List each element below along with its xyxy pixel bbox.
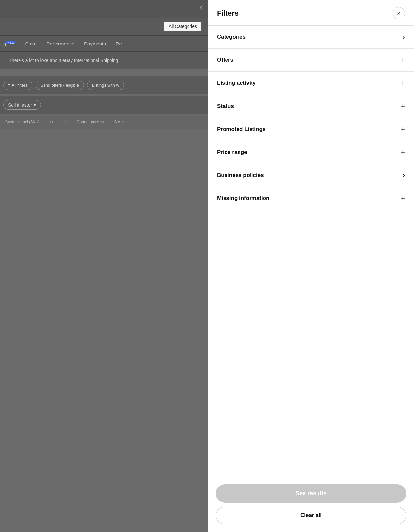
chip-all-filters: ≡ All filters <box>3 81 32 90</box>
bg-filter-chips: ≡ All filters Send offers - eligible Lis… <box>0 76 208 94</box>
col-sort-icon-2: ↓↑ <box>63 120 67 124</box>
bg-table-col-price: Current price ↓↑ <box>77 120 104 124</box>
filter-item-listing-activity[interactable]: Listing activity + <box>208 72 414 95</box>
filter-item-offers[interactable]: Offers + <box>208 49 414 72</box>
panel-footer: See results Clear all <box>208 478 414 532</box>
filter-label-status: Status <box>217 103 234 109</box>
filter-label-missing-information: Missing information <box>217 195 270 202</box>
panel-header: Filters × <box>208 0 414 26</box>
clear-all-button[interactable]: Clear all <box>216 507 406 524</box>
chevron-right-icon-business-policies: › <box>403 171 405 180</box>
bg-top-bar: g <box>0 0 208 18</box>
bg-table-col-3: ↓↑ <box>63 120 67 124</box>
bg-table-col-sc: S c ↓↑ <box>114 120 125 124</box>
bg-message-bar: . There's a lot to love about eBay Inter… <box>0 52 208 69</box>
plus-icon-listing-activity: + <box>401 79 405 87</box>
bg-table-col-sku: Custom label (SKU) <box>5 120 40 124</box>
bg-table-header: Custom label (SKU) ↓↑ ↓↑ Current price ↓… <box>0 115 208 129</box>
bg-top-text: g <box>200 5 203 10</box>
background-overlay: g All Categories gNEW Store Performance … <box>0 0 208 532</box>
plus-icon-price-range: + <box>401 148 405 157</box>
bg-nav-item-g: gNEW <box>3 41 15 46</box>
bg-sell-faster: Sell it faster ▾ <box>0 96 208 114</box>
filter-item-promoted-listings[interactable]: Promoted Listings + <box>208 118 414 141</box>
sell-faster-chevron: ▾ <box>34 102 36 108</box>
col-sort-icon-1: ↓↑ <box>49 120 53 124</box>
plus-icon-missing-information: + <box>401 194 405 203</box>
filter-item-price-range[interactable]: Price range + <box>208 141 414 164</box>
col-sc-label: S c <box>114 120 120 124</box>
filter-label-price-range: Price range <box>217 149 247 156</box>
filters-panel: Filters × Categories › Offers + Listing … <box>208 0 414 532</box>
filter-item-status[interactable]: Status + <box>208 95 414 118</box>
bg-categories-badge: All Categories <box>164 22 201 31</box>
col-price-label: Current price <box>77 120 99 124</box>
sell-faster-label: Sell it faster <box>8 102 32 108</box>
new-badge-sup: NEW <box>6 41 15 44</box>
chip-listings-with: Listings with w <box>87 81 124 90</box>
bg-nav-item-performance: Performance <box>46 41 74 46</box>
filter-label-offers: Offers <box>217 57 233 63</box>
bg-nav-item-re: Re <box>116 41 122 46</box>
bg-nav-item-store: Store <box>25 41 37 46</box>
bg-table-col-2: ↓↑ <box>49 120 53 124</box>
filter-label-promoted-listings: Promoted Listings <box>217 126 265 133</box>
filter-label-listing-activity: Listing activity <box>217 80 256 86</box>
plus-icon-status: + <box>401 102 405 110</box>
plus-icon-promoted-listings: + <box>401 125 405 133</box>
close-button[interactable]: × <box>393 7 405 19</box>
filter-item-categories[interactable]: Categories › <box>208 26 414 49</box>
bg-nav-bar: gNEW Store Performance Payments Re <box>0 36 208 52</box>
col-price-sort: ↓↑ <box>100 120 104 124</box>
panel-title: Filters <box>217 9 239 18</box>
bg-nav-item-payments: Payments <box>84 41 106 46</box>
filter-list: Categories › Offers + Listing activity +… <box>208 26 414 478</box>
plus-icon-offers: + <box>401 56 405 64</box>
chevron-right-icon-categories: › <box>403 33 405 41</box>
bg-categories-bar: All Categories <box>0 18 208 36</box>
chip-send-offers: Send offers - eligible <box>36 81 84 90</box>
filter-item-missing-information[interactable]: Missing information + <box>208 187 414 210</box>
sell-faster-button: Sell it faster ▾ <box>3 100 41 110</box>
filter-label-business-policies: Business policies <box>217 172 264 179</box>
col-sc-sort: ↓↑ <box>121 120 125 124</box>
filter-label-categories: Categories <box>217 34 246 40</box>
filter-item-business-policies[interactable]: Business policies › <box>208 164 414 187</box>
see-results-button[interactable]: See results <box>216 484 406 503</box>
col-sku-label: Custom label (SKU) <box>5 120 40 124</box>
